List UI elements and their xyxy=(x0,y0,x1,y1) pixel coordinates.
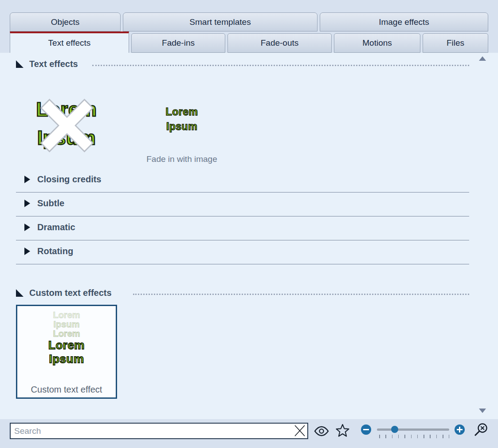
section-title: Closing credits xyxy=(37,174,101,185)
zoom-in-plus-icon[interactable] xyxy=(455,424,465,435)
tab-text-effects[interactable]: Text effects xyxy=(10,31,129,53)
lorem-ghost: Lorem xyxy=(53,329,80,338)
section-title: Text effects xyxy=(29,59,78,69)
lorem-preview: Lorem Ipsum xyxy=(146,105,217,134)
slider-thumb[interactable] xyxy=(391,426,398,433)
effects-panel: Objects Smart templates Image effects Te… xyxy=(0,0,498,448)
section-header-text-effects[interactable]: Text effects xyxy=(16,59,78,69)
section-header-dramatic[interactable]: Dramatic xyxy=(24,222,75,232)
expander-collapsed-icon xyxy=(24,200,30,207)
tab-smart-templates-label: Smart templates xyxy=(189,17,251,27)
tab-fade-ins-label: Fade-ins xyxy=(162,38,195,48)
section-header-closing-credits[interactable]: Closing credits xyxy=(24,174,101,185)
zoom-reset-magnifier-x-icon[interactable] xyxy=(473,422,490,439)
search-input[interactable] xyxy=(10,423,308,439)
tab-image-effects-label: Image effects xyxy=(379,17,429,27)
tab-smart-templates[interactable]: Smart templates xyxy=(123,12,318,31)
section-divider xyxy=(16,192,469,193)
big-x-cross-icon xyxy=(37,95,97,156)
thumb-caption: Custom text effect xyxy=(17,385,116,395)
expander-collapsed-icon xyxy=(24,224,30,231)
visibility-eye-icon[interactable] xyxy=(314,425,329,437)
thumb-caption: Fade in with image xyxy=(129,154,235,164)
tab-objects[interactable]: Objects xyxy=(10,12,121,31)
section-title: Subtle xyxy=(37,198,64,208)
thumbnail-size-slider[interactable] xyxy=(377,428,449,431)
expander-collapsed-icon xyxy=(24,248,30,255)
thumb-no-text-effect[interactable]: Lorem Ipsum xyxy=(24,95,109,162)
tab-fade-ins[interactable]: Fade-ins xyxy=(131,33,225,53)
tab-files-label: Files xyxy=(447,38,464,48)
section-title: Rotating xyxy=(37,246,73,256)
section-divider xyxy=(16,240,469,240)
section-header-rotating[interactable]: Rotating xyxy=(24,246,73,256)
section-header-custom-text-effects[interactable]: Custom text effects xyxy=(16,288,112,298)
favorites-star-icon[interactable] xyxy=(335,423,350,438)
section-divider xyxy=(16,216,469,216)
expander-expanded-icon xyxy=(16,60,24,68)
tab-motions-label: Motions xyxy=(362,38,392,48)
section-header-subtle[interactable]: Subtle xyxy=(24,198,64,208)
scrollbar-up-arrow-icon[interactable] xyxy=(479,56,486,61)
thumb-fade-in-with-image[interactable]: Lorem Ipsum Fade in with image xyxy=(146,105,217,167)
lorem-ghost: Lorem xyxy=(53,310,80,320)
dotted-leader xyxy=(133,294,469,295)
section-title: Custom text effects xyxy=(29,288,112,298)
tab-text-effects-label: Text effects xyxy=(48,38,91,48)
tab-motions[interactable]: Motions xyxy=(334,33,420,53)
tab-fade-outs[interactable]: Fade-outs xyxy=(227,33,332,53)
tab-files[interactable]: Files xyxy=(423,33,488,53)
dotted-leader xyxy=(92,65,469,66)
tab-fade-outs-label: Fade-outs xyxy=(261,38,299,48)
section-divider xyxy=(16,264,469,264)
scrollbar-down-arrow-icon[interactable] xyxy=(479,409,486,413)
tab-objects-label: Objects xyxy=(51,17,79,27)
expander-expanded-icon xyxy=(16,289,24,297)
zoom-out-minus-icon[interactable] xyxy=(361,424,371,435)
section-title: Dramatic xyxy=(37,222,75,232)
tab-image-effects[interactable]: Image effects xyxy=(320,12,488,31)
clear-search-icon[interactable] xyxy=(293,424,306,437)
lorem-ghost: Ipsum xyxy=(54,320,80,329)
slider-tick-marks xyxy=(379,435,449,438)
expander-collapsed-icon xyxy=(24,176,30,183)
thumb-custom-text-effect[interactable]: Lorem Ipsum Lorem Lorem Ipsum Custom tex… xyxy=(16,305,117,399)
lorem-preview: Lorem Ipsum xyxy=(48,338,85,366)
